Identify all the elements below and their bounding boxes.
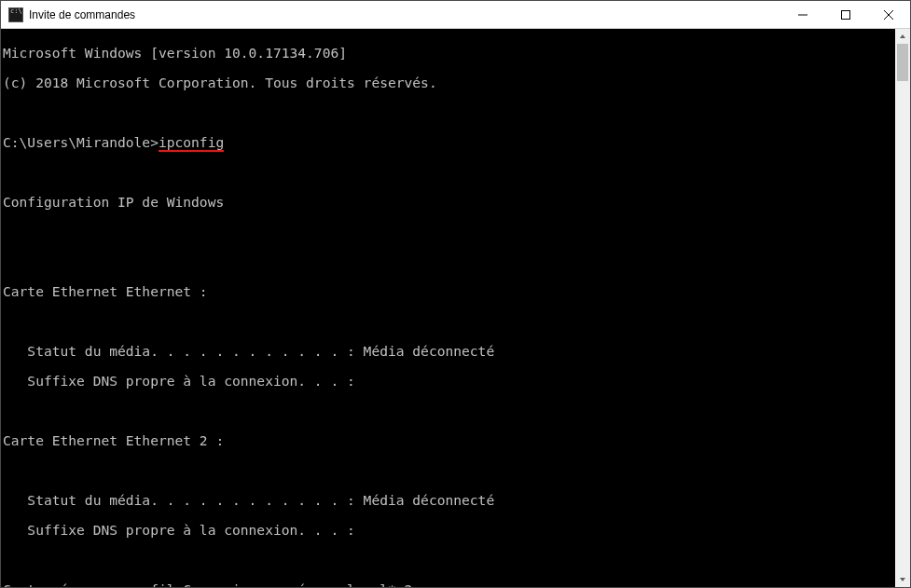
chevron-down-icon: [899, 576, 906, 583]
maximize-icon: [841, 10, 850, 20]
minimize-icon: [798, 10, 807, 20]
blank-line: [3, 165, 895, 180]
adapter-header: Carte Ethernet Ethernet :: [3, 284, 895, 299]
blank-line: [3, 463, 895, 478]
scrollbar-track[interactable]: [895, 44, 910, 572]
output-line: Microsoft Windows [version 10.0.17134.70…: [3, 46, 895, 61]
maximize-button[interactable]: [824, 1, 867, 28]
chevron-up-icon: [899, 33, 906, 40]
cmd-icon: [8, 7, 23, 22]
blank-line: [3, 314, 895, 329]
command-text: ipconfig: [159, 134, 224, 152]
window-title: Invite de commandes: [29, 8, 135, 21]
scroll-down-button[interactable]: [895, 572, 910, 587]
scroll-up-button[interactable]: [895, 29, 910, 44]
blank-line: [3, 225, 895, 239]
output-line: Statut du média. . . . . . . . . . . . :…: [3, 344, 895, 359]
scrollbar-thumb[interactable]: [897, 44, 908, 81]
window-controls: [781, 1, 910, 28]
output-line: Suffixe DNS propre à la connexion. . . :: [3, 374, 895, 389]
svg-marker-4: [900, 34, 905, 38]
close-icon: [884, 10, 893, 20]
adapter-header: Carte Ethernet Ethernet 2 :: [3, 433, 895, 448]
output-line: Configuration IP de Windows: [3, 195, 895, 210]
minimize-button[interactable]: [781, 1, 824, 28]
prompt-line: C:\Users\Mirandole>ipconfig: [3, 135, 895, 150]
output-line: Suffixe DNS propre à la connexion. . . :: [3, 523, 895, 538]
close-button[interactable]: [867, 1, 910, 28]
blank-line: [3, 105, 895, 120]
output-line: (c) 2018 Microsoft Corporation. Tous dro…: [3, 75, 895, 90]
blank-line: [3, 403, 895, 418]
blank-line: [3, 254, 895, 269]
svg-marker-5: [900, 578, 905, 581]
prompt-text: C:\Users\Mirandole>: [3, 134, 159, 150]
output-line: Statut du média. . . . . . . . . . . . :…: [3, 493, 895, 508]
vertical-scrollbar[interactable]: [895, 29, 910, 587]
terminal-output[interactable]: Microsoft Windows [version 10.0.17134.70…: [1, 29, 895, 587]
terminal-area[interactable]: Microsoft Windows [version 10.0.17134.70…: [1, 29, 910, 587]
adapter-header: Carte réseau sans fil Connexion au résea…: [3, 582, 895, 587]
blank-line: [3, 553, 895, 567]
svg-rect-1: [842, 10, 850, 19]
command-prompt-window: Invite de commandes Microsoft Windows [v…: [0, 0, 911, 588]
titlebar[interactable]: Invite de commandes: [1, 1, 910, 29]
